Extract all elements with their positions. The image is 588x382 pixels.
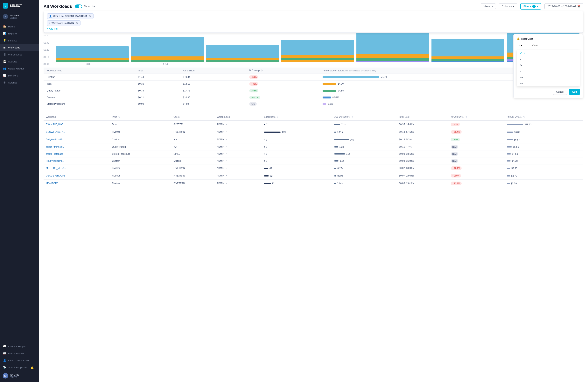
- user-name: Ian Gray: [10, 373, 19, 376]
- workload-name[interactable]: select * from sel...: [43, 143, 110, 150]
- th-pct-change[interactable]: % Change ⓘ ⇅: [448, 113, 504, 120]
- account-info: Account Dogfood: [10, 14, 33, 19]
- op-item-lt[interactable]: <: [517, 68, 580, 74]
- th-annual-cost[interactable]: Annual Cost ⓘ ⇅: [504, 113, 583, 120]
- th-avg-duration[interactable]: Avg Duration ⓘ ⇅: [332, 113, 397, 120]
- summary-annual-task: $18.13: [180, 81, 246, 87]
- op-item-eq[interactable]: =: [517, 56, 580, 62]
- exec-progress: [264, 160, 265, 161]
- workload-total-cost: $0.07 (2.95%): [397, 172, 448, 180]
- sidebar-item-workloads[interactable]: ⊞ Workloads: [0, 44, 39, 51]
- th-users[interactable]: Users: [171, 113, 214, 120]
- workload-name[interactable]: USAGE_GROUPS: [43, 172, 110, 180]
- workload-name[interactable]: METRICS_META...: [43, 164, 110, 172]
- filter-1-close-button[interactable]: ✕: [89, 15, 91, 18]
- duration-info-icon[interactable]: ⓘ: [348, 116, 350, 118]
- status-updates-item[interactable]: 📡 Status & Updates ⚠️: [0, 364, 39, 371]
- fivetran-pct-label: 59.2%: [380, 76, 387, 78]
- settings-icon: ⚙: [3, 81, 6, 84]
- ext-link-icon[interactable]: ↗: [226, 131, 227, 133]
- ext-link-icon[interactable]: ↗: [226, 160, 227, 162]
- explorer-icon: 📊: [3, 32, 6, 35]
- sidebar-item-insights[interactable]: 💡 Insights: [0, 37, 39, 44]
- dur-bar-fill: [334, 183, 336, 184]
- workload-name[interactable]: DailyWorkloadP...: [43, 136, 110, 143]
- views-button[interactable]: Views ▾: [481, 3, 496, 9]
- fivetran-bar[interactable]: [323, 76, 379, 78]
- dur-bar-cell: 0.27s: [334, 167, 343, 170]
- workload-name[interactable]: create_database: [43, 150, 110, 157]
- ext-link-icon[interactable]: ↗: [226, 138, 227, 141]
- show-chart-toggle[interactable]: [75, 4, 82, 8]
- x-label-5oct: [205, 63, 278, 65]
- operator-dropdown: ✓ > = != < <= >=: [517, 50, 580, 86]
- filter-2-close-button[interactable]: ✕: [76, 22, 78, 25]
- pct-change-info-icon[interactable]: ⓘ: [462, 116, 464, 118]
- ext-link-icon[interactable]: ↗: [226, 146, 227, 148]
- columns-button[interactable]: Columns ▾: [499, 3, 517, 9]
- workload-warehouse: ADMIN ↗: [214, 157, 262, 164]
- annual-bar-cell: $5.56: [507, 146, 519, 148]
- task-bar[interactable]: [323, 83, 336, 85]
- th-type[interactable]: Type ⇅: [110, 113, 171, 120]
- workload-name[interactable]: SNOWFLAKE_A...: [43, 128, 110, 136]
- op-item-gte[interactable]: >=: [517, 80, 580, 86]
- workload-name[interactable]: EXAMPLE_WAR...: [43, 120, 110, 128]
- invite-teammate-item[interactable]: 👤 Invite a Teammate: [0, 357, 39, 364]
- workload-total-cost: $0.13 (5.45%): [397, 128, 448, 136]
- add-filter-button[interactable]: + Add filter: [47, 27, 580, 30]
- ext-link-icon[interactable]: ↗: [226, 167, 227, 169]
- stored-bar[interactable]: [323, 103, 326, 105]
- sidebar-item-monitors[interactable]: 📈 Monitors: [0, 72, 39, 79]
- op-item-neq[interactable]: !=: [517, 62, 580, 68]
- workload-name[interactable]: MONITORS: [43, 180, 110, 187]
- op-item-gt[interactable]: ✓ >: [517, 50, 580, 56]
- operator-select[interactable]: > ▾: [517, 43, 528, 48]
- contact-support-item[interactable]: 💬 Contact Support: [0, 343, 39, 350]
- ext-link-icon[interactable]: ↗: [226, 153, 227, 155]
- filters-button[interactable]: Filters 2 ▾: [520, 3, 541, 10]
- th-warehouses[interactable]: Warehouses: [214, 113, 262, 120]
- th-executions[interactable]: Executions ⇅: [262, 113, 332, 120]
- exec-progress: [264, 132, 281, 133]
- summary-pct-stored[interactable]: 3.8%: [319, 101, 583, 107]
- th-total-cost[interactable]: Total Cost ↑: [397, 113, 448, 120]
- calendar-icon: 📅: [577, 5, 580, 8]
- sidebar-item-usage-groups[interactable]: 👥 Usage Groups: [0, 65, 39, 72]
- workload-users: IAN: [171, 136, 214, 143]
- documentation-item[interactable]: 📖 Documentation: [0, 350, 39, 357]
- workload-executions: 1: [262, 150, 332, 157]
- user-filter-icon: 👤: [49, 15, 52, 18]
- annual-bar-fill: [507, 132, 513, 133]
- ext-link-icon[interactable]: ↗: [226, 182, 227, 184]
- workload-name[interactable]: HourlyTableDml...: [43, 157, 110, 164]
- workload-pct-change: New: [448, 143, 504, 150]
- ext-link-icon[interactable]: ↗: [226, 175, 227, 177]
- add-button[interactable]: Add: [569, 89, 580, 95]
- sidebar-item-explorer[interactable]: 📊 Explorer: [0, 30, 39, 37]
- summary-row-fivetran: Fivetran $1.44 $74.84 ↑ 56% 59.2%: [43, 74, 583, 81]
- annual-info-icon[interactable]: ⓘ: [520, 116, 522, 118]
- table-row: SNOWFLAKE_A... Fivetran FIVETRAN ADMIN ↗…: [43, 128, 583, 136]
- change-badge: ↑ 260%: [451, 174, 461, 178]
- date-range-button[interactable]: 2024-10-03 ~ 2024-10-09 📅: [545, 3, 583, 9]
- sidebar-item-home[interactable]: 🏠 Home: [0, 23, 39, 30]
- change-info-icon[interactable]: ⓘ: [261, 69, 263, 72]
- sidebar-item-settings[interactable]: ⚙ Settings: [0, 79, 39, 86]
- cost-value-input[interactable]: [530, 43, 580, 48]
- sidebar-item-warehouses[interactable]: 🗄 Warehouses: [0, 51, 39, 58]
- account-switcher[interactable]: ★ Account Dogfood ⌄: [0, 12, 39, 22]
- custom-bar[interactable]: [323, 96, 331, 98]
- ext-link-icon[interactable]: ↗: [226, 123, 227, 126]
- th-workload[interactable]: Workload: [43, 113, 110, 120]
- qp-bar[interactable]: [323, 90, 336, 92]
- cancel-button[interactable]: Cancel: [553, 89, 567, 95]
- workload-executions: 3: [262, 143, 332, 150]
- op-eq-label: =: [520, 58, 522, 61]
- documentation-icon: 📖: [3, 352, 6, 355]
- sidebar-label-home: Home: [8, 25, 15, 28]
- exec-bar: 189: [264, 131, 286, 134]
- sidebar-item-storage[interactable]: 💾 Storage: [0, 58, 39, 65]
- warehouse-filter-text: Warehouse is ADMIN: [52, 22, 74, 24]
- op-item-lte[interactable]: <=: [517, 74, 580, 80]
